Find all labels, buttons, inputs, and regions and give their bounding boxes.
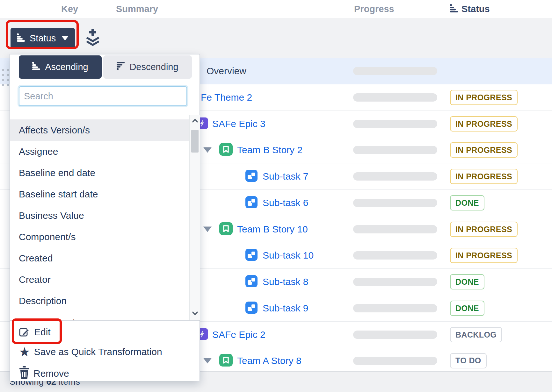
row-title[interactable]: Fe Theme 2 <box>201 92 252 103</box>
progress-bar <box>353 172 437 181</box>
edit-icon <box>19 326 30 339</box>
progress-bar <box>353 67 437 75</box>
subtask-icon <box>245 170 258 183</box>
save-as-quick-transformation-label: Save as Quick Transformation <box>34 346 162 357</box>
progress-bar <box>353 146 437 154</box>
sort-ascending-icon <box>32 62 40 72</box>
row-title[interactable]: Sub-task 8 <box>263 276 308 287</box>
progress-bar <box>353 331 437 339</box>
status-badge: BACKLOG <box>450 327 502 342</box>
status-badge: IN PROGRESS <box>450 116 518 132</box>
row-title[interactable]: Sub-task 9 <box>263 303 308 314</box>
structure-board-screen: Key Summary Progress Status <box>0 0 552 392</box>
column-header-key[interactable]: Key <box>61 0 78 18</box>
progress-bar <box>353 357 437 365</box>
status-badge: IN PROGRESS <box>450 248 518 263</box>
status-badge: TO DO <box>450 353 487 368</box>
progress-bar <box>353 225 437 233</box>
star-icon: ★ <box>19 346 30 358</box>
remove-label: Remove <box>33 368 69 379</box>
save-as-quick-transformation-menu-item[interactable]: ★ Save as Quick Transformation <box>19 346 162 358</box>
field-option[interactable]: Baseline start date <box>10 183 189 205</box>
field-list-scrollbar[interactable] <box>189 115 200 320</box>
sort-transformation-popup: Ascending Descending Affects Version/s A… <box>10 54 200 381</box>
field-search-input[interactable] <box>19 86 187 106</box>
sort-ascending-icon <box>17 33 25 43</box>
edit-menu-item[interactable]: Edit <box>19 326 51 339</box>
collapse-expander-icon[interactable] <box>203 227 212 232</box>
status-badge: IN PROGRESS <box>450 142 518 158</box>
scroll-up-icon[interactable] <box>191 117 199 125</box>
column-header-status[interactable]: Status <box>450 0 490 18</box>
field-option-list: Affects Version/s Assignee Baseline end … <box>10 115 189 320</box>
row-title[interactable]: Sub-task 10 <box>263 250 314 261</box>
field-option[interactable]: Component/s <box>10 226 189 247</box>
collapse-expander-icon[interactable] <box>203 147 212 153</box>
field-option[interactable]: Baseline end date <box>10 162 189 183</box>
sort-ascending-icon <box>450 4 458 14</box>
subtask-icon <box>245 196 258 210</box>
collapse-expander-icon[interactable] <box>203 358 212 363</box>
status-badge: DONE <box>450 274 484 289</box>
column-header-summary[interactable]: Summary <box>116 0 158 18</box>
row-title[interactable]: Sub-task 6 <box>263 197 308 208</box>
row-title[interactable]: Overview <box>207 66 246 76</box>
row-title[interactable]: SAFe Epic 3 <box>212 118 265 129</box>
status-badge: IN PROGRESS <box>450 90 518 105</box>
row-title[interactable]: Team A Story 8 <box>237 355 301 366</box>
row-title[interactable]: SAFe Epic 2 <box>212 329 265 340</box>
story-icon <box>219 222 233 236</box>
progress-bar <box>353 120 437 128</box>
row-drag-handle[interactable] <box>2 69 9 86</box>
field-option[interactable]: Created <box>10 247 189 269</box>
transformation-toolbar: Status <box>0 18 552 58</box>
ascending-button[interactable]: Ascending <box>19 55 102 79</box>
column-header-progress[interactable]: Progress <box>354 0 394 18</box>
story-icon <box>219 354 233 368</box>
sort-descending-icon <box>117 62 125 72</box>
progress-bar <box>353 304 437 312</box>
row-title[interactable]: Team B Story 2 <box>237 145 302 155</box>
field-option[interactable]: Business Value <box>10 205 189 226</box>
progress-bar <box>353 278 437 286</box>
subtask-icon <box>245 249 258 262</box>
row-title[interactable]: Sub-task 7 <box>263 171 308 182</box>
progress-bar <box>353 93 437 102</box>
table-header-row: Key Summary Progress Status <box>0 0 552 18</box>
field-option[interactable]: Affects Version/s <box>10 119 189 141</box>
field-option[interactable]: Creator <box>10 269 189 290</box>
progress-bar <box>353 251 437 260</box>
descending-button[interactable]: Descending <box>103 55 192 79</box>
story-icon <box>219 143 233 157</box>
trash-icon <box>19 366 30 381</box>
remove-menu-item[interactable]: Remove <box>19 367 69 380</box>
descending-label: Descending <box>129 62 178 72</box>
scrollbar-thumb[interactable] <box>191 130 199 153</box>
ascending-label: Ascending <box>45 62 88 72</box>
subtask-icon <box>245 302 258 315</box>
progress-bar <box>353 199 437 207</box>
status-badge: DONE <box>450 195 484 210</box>
status-badge: IN PROGRESS <box>450 169 518 184</box>
status-badge: DONE <box>450 301 484 316</box>
field-option[interactable]: Description <box>10 290 189 311</box>
row-title[interactable]: Team B Story 10 <box>237 224 308 235</box>
status-badge: IN PROGRESS <box>450 222 518 237</box>
scroll-down-icon[interactable] <box>191 309 199 317</box>
add-sort-level-button[interactable] <box>85 29 101 47</box>
field-option[interactable]: Assignee <box>10 141 189 162</box>
edit-label: Edit <box>34 327 51 338</box>
subtask-icon <box>245 275 258 289</box>
sort-button-label: Status <box>30 33 56 44</box>
column-header-status-label: Status <box>461 4 490 14</box>
popup-actions: Edit ★ Save as Quick Transformation <box>10 321 200 381</box>
sort-by-status-button[interactable]: Status <box>11 28 75 48</box>
chevron-down-icon <box>62 36 69 40</box>
field-option[interactable]: Development <box>10 311 189 320</box>
